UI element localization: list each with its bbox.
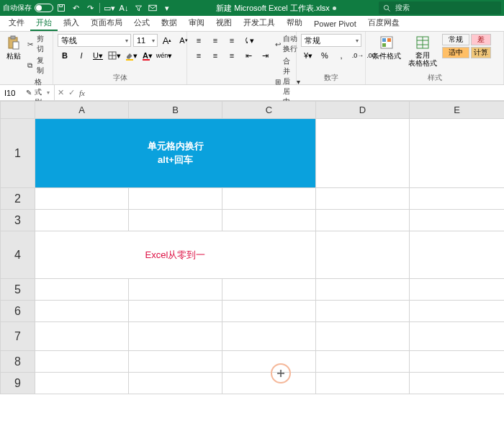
phonetic-button[interactable]: wén▾ (157, 49, 171, 62)
number-format-select[interactable]: 常规▾ (301, 34, 361, 47)
align-right-button[interactable]: ≡ (225, 49, 239, 62)
comma-button[interactable]: , (334, 49, 348, 62)
table-icon (415, 35, 430, 50)
tab-review[interactable]: 审阅 (183, 15, 210, 31)
redo-icon[interactable]: ↷ (84, 1, 96, 14)
quick-access-toolbar: 自动保存 ↶ ↷ ▭▾ A↓ ▾ (3, 1, 174, 14)
col-header-B[interactable]: B (129, 102, 222, 119)
svg-rect-5 (11, 36, 15, 39)
underline-button[interactable]: U▾ (91, 49, 105, 62)
orientation-button[interactable]: ⤹▾ (241, 34, 256, 47)
svg-rect-6 (13, 42, 19, 49)
tab-file[interactable]: 文件 (3, 15, 30, 31)
cell-watermark[interactable]: Excel从零到一 (35, 231, 316, 279)
col-header-D[interactable]: D (316, 102, 410, 119)
tab-developer[interactable]: 开发工具 (238, 15, 281, 31)
copy-icon: ⧉ (26, 61, 35, 71)
percent-button[interactable]: % (318, 49, 332, 62)
align-left-button[interactable]: ≡ (192, 49, 206, 62)
align-center-button[interactable]: ≡ (208, 49, 222, 62)
name-box[interactable]: I10 ▾ (0, 85, 55, 100)
toggle-off-icon (35, 4, 53, 12)
tab-help[interactable]: 帮助 (281, 15, 308, 31)
align-middle-button[interactable]: ≡ (208, 34, 222, 47)
col-header-A[interactable]: A (35, 102, 129, 119)
tab-power-pivot[interactable]: Power Pivot (308, 17, 362, 31)
row-header-8[interactable]: 8 (1, 351, 35, 373)
row-header-4[interactable]: 4 (1, 231, 35, 279)
format-as-table-button[interactable]: 套用 表格格式 (406, 34, 439, 68)
tab-page-layout[interactable]: 页面布局 (85, 15, 128, 31)
style-normal[interactable]: 常规 (442, 34, 469, 45)
row-header-5[interactable]: 5 (1, 279, 35, 301)
col-header-C[interactable]: C (222, 102, 316, 119)
row-1: 1 单元格内换行 alt+回车 (1, 119, 505, 188)
search-input[interactable]: 搜索 (379, 1, 501, 14)
font-color-button[interactable]: A▾ (140, 49, 155, 62)
style-bad[interactable]: 差 (471, 34, 491, 45)
paste-icon (6, 35, 21, 50)
bold-button[interactable]: B (58, 49, 72, 62)
tab-data[interactable]: 数据 (156, 15, 183, 31)
group-styles: 条件格式 套用 表格格式 常规 差 适中 计算 样式 (366, 32, 504, 84)
svg-point-3 (384, 5, 388, 9)
unsaved-dot-icon (333, 6, 336, 10)
conditional-format-button[interactable]: 条件格式 (370, 34, 403, 63)
qat-customize-icon[interactable]: ▾ (161, 1, 174, 14)
formula-input[interactable] (88, 85, 504, 100)
tab-formulas[interactable]: 公式 (128, 15, 156, 31)
move-cursor-icon (276, 369, 285, 378)
tab-home[interactable]: 开始 (30, 15, 58, 31)
sort-asc-icon[interactable]: A↓ (117, 1, 130, 14)
insert-function-icon[interactable]: fx (79, 89, 85, 97)
increase-font-button[interactable]: A▴ (160, 34, 174, 47)
col-header-E[interactable]: E (410, 102, 505, 119)
italic-button[interactable]: I (74, 49, 89, 62)
undo-icon[interactable]: ↶ (69, 1, 82, 14)
row-header-6[interactable]: 6 (1, 301, 35, 322)
align-top-button[interactable]: ≡ (192, 34, 206, 47)
font-name-select[interactable]: 等线▾ (58, 34, 131, 47)
svg-rect-2 (149, 5, 157, 11)
accounting-button[interactable]: ¥▾ (301, 49, 315, 62)
tab-insert[interactable]: 插入 (58, 15, 85, 31)
style-good[interactable]: 适中 (442, 47, 469, 58)
cut-icon: ✂ (26, 39, 35, 49)
copy-button[interactable]: ⧉复制 (26, 56, 48, 76)
tab-baidu-netdisk[interactable]: 百度网盘 (362, 15, 405, 31)
row-header-7[interactable]: 7 (1, 322, 35, 351)
touch-mode-icon[interactable]: ▭▾ (103, 1, 116, 14)
row-header-9[interactable]: 9 (1, 373, 35, 394)
svg-rect-9 (382, 38, 386, 42)
group-alignment: ≡ ≡ ≡ ⤹▾ ≡ ≡ ≡ ⇤ ⇥ ↩自动换行 ⊞合并后居中▾ 对齐方式 (187, 32, 297, 84)
conditional-format-icon (379, 35, 394, 50)
spreadsheet-grid[interactable]: A B C D E 1 单元格内换行 alt+回车 2 3 4 Excel从零到… (0, 101, 504, 426)
style-calc[interactable]: 计算 (471, 47, 491, 58)
group-font: 等线▾ 11▾ A▴ A▾ B I U▾ ▾ ▾ A▾ wén▾ 字体 (53, 32, 187, 84)
row-header-3[interactable]: 3 (1, 210, 35, 231)
cut-button[interactable]: ✂剪切 (26, 34, 48, 54)
confirm-formula-icon[interactable]: ✓ (68, 88, 75, 97)
align-bottom-button[interactable]: ≡ (225, 34, 239, 47)
fill-color-button[interactable]: ▾ (124, 49, 138, 62)
cell-banner[interactable]: 单元格内换行 alt+回车 (35, 119, 316, 188)
ribbon: 粘贴 ✂剪切 ⧉复制 ✎格式刷 剪贴板 等线▾ 11▾ A▴ A▾ B I U▾… (0, 32, 504, 85)
cancel-formula-icon[interactable]: ✕ (58, 88, 64, 97)
autosave-toggle[interactable]: 自动保存 (3, 3, 53, 13)
decrease-indent-button[interactable]: ⇤ (241, 49, 256, 62)
border-button[interactable]: ▾ (107, 49, 122, 62)
select-all-button[interactable] (1, 102, 35, 119)
save-icon[interactable] (55, 1, 68, 14)
increase-decimal-button[interactable]: .0→ (351, 49, 365, 62)
font-size-select[interactable]: 11▾ (133, 34, 158, 47)
increase-indent-button[interactable]: ⇥ (258, 49, 272, 62)
chevron-down-icon: ▾ (47, 89, 50, 96)
email-icon[interactable] (146, 1, 159, 14)
group-clipboard: 粘贴 ✂剪切 ⧉复制 ✎格式刷 剪贴板 (0, 32, 53, 84)
row-header-1[interactable]: 1 (1, 119, 35, 188)
row-header-2[interactable]: 2 (1, 188, 35, 210)
wrap-icon: ↩ (275, 39, 281, 49)
paste-button[interactable]: 粘贴 (4, 34, 23, 63)
filter-icon[interactable] (132, 1, 145, 14)
tab-view[interactable]: 视图 (210, 15, 238, 31)
